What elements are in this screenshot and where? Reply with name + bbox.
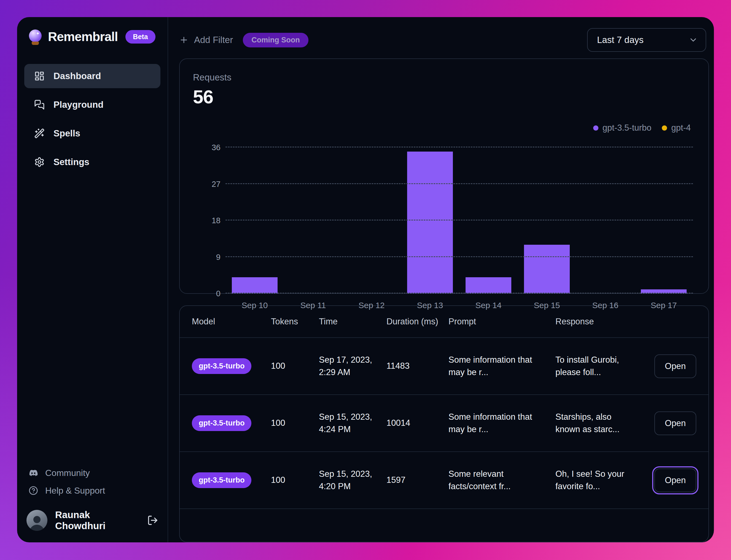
chevron-down-icon [689,35,698,45]
crystal-ball-logo-icon [28,29,42,44]
tokens-cell: 100 [271,474,319,486]
bar-gpt-3-5-turbo-sep-14 [466,277,511,294]
main-content: Add Filter Coming Soon Last 7 days Reque… [168,17,714,542]
sidebar-item-label: Spells [53,128,80,139]
bar-slot-sep-15 [518,147,576,294]
column-header-duration-ms: Duration (ms) [386,316,448,327]
bar-gpt-3-5-turbo-sep-15 [524,245,569,294]
response-cell: Oh, I see! So your favorite fo... [555,468,649,493]
table-body: gpt-3.5-turbo100Sep 17, 2023, 2:29 AM114… [180,338,708,509]
legend-item-gpt-4: gpt-4 [662,123,691,133]
bar-slot-sep-16 [576,147,635,294]
messages-square-icon [34,99,45,110]
open-button[interactable]: Open [654,354,696,378]
sidebar-item-settings[interactable]: Settings [24,150,160,174]
duration-cell: 10014 [386,417,448,429]
user-name: Raunak Chowdhuri [55,509,139,531]
legend-label: gpt-3.5-turbo [603,123,652,133]
avatar [26,510,47,531]
discord-icon [29,468,38,478]
requests-table-card: ModelTokensTimeDuration (ms)PromptRespon… [179,305,709,542]
sidebar-footer-nav: CommunityHelp & Support [24,464,160,499]
x-axis-label: Sep 10 [225,301,284,310]
sidebar: Remembrall Beta DashboardPlaygroundSpell… [17,17,168,542]
sidebar-item-spells[interactable]: Spells [24,121,160,146]
sidebar-item-label: Community [45,468,90,478]
sidebar-item-label: Playground [53,99,104,110]
gpt-model-badge: gpt-3.5-turbo [192,415,251,431]
wand-sparkles-icon [34,128,45,139]
column-header-tokens: Tokens [271,316,319,327]
y-axis-label: 9 [216,252,221,262]
date-range-select[interactable]: Last 7 days [587,28,706,52]
sidebar-item-community[interactable]: Community [24,464,160,482]
x-axis-labels: Sep 10Sep 11Sep 12Sep 13Sep 14Sep 15Sep … [225,301,693,310]
table-row: gpt-3.5-turbo100Sep 17, 2023, 2:29 AM114… [180,338,708,395]
bar-slot-sep-12 [342,147,401,294]
x-axis-label: Sep 16 [576,301,635,310]
sidebar-item-help-support[interactable]: Help & Support [24,482,160,499]
log-out-icon [147,515,158,526]
sidebar-nav: DashboardPlaygroundSpellsSettings [24,64,160,174]
gridline-y-18 [225,220,693,220]
gridline-y-0 [225,293,693,294]
bar-slot-sep-13 [401,147,459,294]
sidebar-item-label: Help & Support [45,486,105,496]
x-axis-label: Sep 17 [635,301,693,310]
bar-gpt-3-5-turbo-sep-13 [407,152,453,294]
bar-gpt-3-5-turbo-sep-10 [232,277,277,294]
column-header-time: Time [319,316,386,327]
column-header-model: Model [192,316,271,327]
legend-dot [593,125,598,131]
coming-soon-badge: Coming Soon [243,33,308,47]
bar-slot-sep-11 [284,147,342,294]
gpt-model-badge: gpt-3.5-turbo [192,472,251,488]
requests-label: Requests [193,72,693,83]
gridline-y-36 [225,147,693,147]
sidebar-item-label: Settings [53,157,89,167]
sidebar-item-playground[interactable]: Playground [24,93,160,117]
y-axis-label: 18 [212,216,221,225]
gpt-model-badge: gpt-3.5-turbo [192,358,251,374]
legend-dot [662,125,667,131]
chart-plot [225,147,693,294]
gear-icon [34,157,45,167]
chart-plot-area: Sep 10Sep 11Sep 12Sep 13Sep 14Sep 15Sep … [193,147,693,294]
add-filter-label: Add Filter [194,35,233,45]
duration-cell: 11483 [386,360,448,372]
prompt-cell: Some relevant facts/context fr... [448,468,555,493]
help-circle-icon [29,486,38,495]
x-axis-label: Sep 11 [284,301,342,310]
beta-badge: Beta [125,30,155,44]
column-header-prompt: Prompt [448,316,555,327]
response-cell: Starships, also known as starc... [555,411,649,436]
logout-button[interactable] [147,515,158,526]
prompt-cell: Some information that may be r... [448,354,555,379]
bar-slot-sep-17 [635,147,693,294]
y-axis-label: 36 [212,143,221,152]
time-cell: Sep 15, 2023, 4:20 PM [319,468,386,493]
sidebar-item-dashboard[interactable]: Dashboard [24,64,160,88]
bar-slot-sep-10 [225,147,284,294]
gridline-y-27 [225,183,693,184]
sidebar-item-label: Dashboard [53,71,101,81]
requests-value: 56 [193,86,693,107]
x-axis-label: Sep 15 [518,301,576,310]
response-cell: To install Gurobi, please foll... [555,354,649,379]
chart-legend: gpt-3.5-turbogpt-4 [593,123,691,133]
y-axis-label: 27 [212,179,221,189]
tokens-cell: 100 [271,360,319,372]
open-button[interactable]: Open [654,469,696,492]
time-cell: Sep 17, 2023, 2:29 AM [319,354,386,379]
gridline-y-9 [225,256,693,257]
y-axis-label: 0 [216,289,221,298]
crystal-ball-base [32,42,39,45]
legend-label: gpt-4 [671,123,691,133]
plus-icon [179,35,189,45]
open-button[interactable]: Open [654,411,696,435]
time-cell: Sep 15, 2023, 4:24 PM [319,411,386,436]
app-title: Remembrall [48,29,118,44]
add-filter-button[interactable]: Add Filter Coming Soon [179,33,308,47]
sidebar-spacer [24,174,160,464]
legend-item-gpt-3-5-turbo: gpt-3.5-turbo [593,123,652,133]
